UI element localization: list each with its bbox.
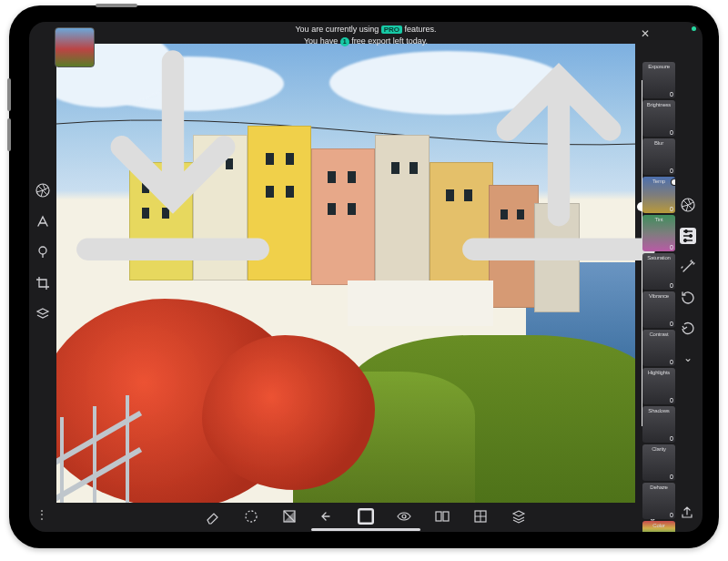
adjustment-label: Temp <box>642 178 675 184</box>
left-toolbar <box>35 182 51 322</box>
adjustments-panel: Exposure0Brightness0Blur0Temp0Tint0Satur… <box>642 62 675 532</box>
svg-point-1 <box>39 247 46 254</box>
history-icon[interactable] <box>680 290 696 306</box>
adjustment-label: Tint <box>642 217 675 222</box>
right-toolbar: ⌄ <box>680 197 696 364</box>
adjustment-label: Clarity <box>642 446 675 452</box>
brush-dot-icon[interactable] <box>35 244 51 260</box>
compare-icon[interactable] <box>434 508 450 525</box>
adjustment-label: Contrast <box>642 332 675 337</box>
crop-icon[interactable] <box>35 275 51 291</box>
adjustment-value: 0 <box>670 474 673 480</box>
adjustment-tint[interactable]: Tint0 <box>642 215 675 251</box>
adjustment-temp[interactable]: Temp0 <box>642 177 675 213</box>
invert-icon[interactable] <box>281 508 298 525</box>
adjustment-brightness[interactable]: Brightness0 <box>642 100 675 137</box>
adjustment-label: Highlights <box>642 370 675 375</box>
stack-icon[interactable] <box>511 508 527 525</box>
image-thumbnail[interactable] <box>55 27 95 67</box>
adjustment-label: Exposure <box>642 64 675 69</box>
adjustment-clarity[interactable]: Clarity0 <box>642 444 675 481</box>
svg-point-4 <box>689 234 692 237</box>
notification-dot <box>692 26 696 31</box>
adjustment-label: Brightness <box>642 102 675 107</box>
app-screen: You are currently using PRO features. Yo… <box>29 22 703 532</box>
eye-icon[interactable] <box>396 508 412 525</box>
aperture-icon[interactable] <box>680 197 696 213</box>
adjustment-label: Shadows <box>642 408 675 413</box>
adjustment-saturation[interactable]: Saturation0 <box>642 253 675 290</box>
svg-point-3 <box>684 230 687 232</box>
sliders-icon[interactable] <box>680 228 696 244</box>
adjustment-value: 0 <box>670 206 673 212</box>
adjustment-highlights[interactable]: Highlights0 <box>642 368 675 404</box>
mask-circle-icon[interactable] <box>243 508 259 525</box>
svg-rect-11 <box>436 512 441 521</box>
adjustment-value: 0 <box>670 244 673 250</box>
adjustment-value: 0 <box>670 321 673 327</box>
svg-rect-12 <box>443 512 449 521</box>
svg-point-10 <box>402 515 406 518</box>
text-icon[interactable] <box>35 213 51 230</box>
home-indicator[interactable] <box>311 528 420 531</box>
adjustment-blur[interactable]: Blur0 <box>642 138 675 175</box>
adjustment-value: 0 <box>670 282 673 289</box>
svg-point-6 <box>692 261 693 263</box>
adjustment-value: 0 <box>670 397 673 403</box>
undo-icon[interactable] <box>319 508 336 525</box>
pro-badge: PRO <box>381 26 402 34</box>
collapse-panel-button[interactable]: ⌄ <box>683 352 693 364</box>
aperture-icon[interactable] <box>35 182 51 199</box>
adjustment-label: Dehaze <box>642 484 675 490</box>
grid-icon[interactable] <box>472 508 489 525</box>
reset-icon[interactable] <box>680 321 696 337</box>
export-count-badge: 1 <box>340 37 349 46</box>
banner-text: free export left today. <box>349 36 428 46</box>
adjustment-label: Saturation <box>642 255 675 260</box>
adjustment-value: 0 <box>670 129 673 136</box>
adjustment-vibrance[interactable]: Vibrance0 <box>642 291 675 328</box>
bottom-toolbar <box>29 508 703 525</box>
import-button[interactable] <box>36 27 309 301</box>
adjustment-value: 0 <box>670 91 673 97</box>
svg-point-5 <box>683 239 686 241</box>
eraser-icon[interactable] <box>205 508 221 525</box>
svg-point-7 <box>246 511 257 522</box>
adjustment-value: 0 <box>670 359 673 365</box>
adjustment-contrast[interactable]: Contrast0 <box>642 330 675 366</box>
adjustment-label: Blur <box>642 140 675 146</box>
auto-enhance-icon[interactable] <box>358 508 374 525</box>
magic-wand-icon[interactable] <box>680 259 696 275</box>
adjustment-exposure[interactable]: Exposure0 <box>642 62 675 98</box>
adjustment-value: 0 <box>670 168 673 174</box>
adjustment-value: 0 <box>670 435 673 442</box>
adjustment-shadows[interactable]: Shadows0 <box>642 406 675 443</box>
layers-icon[interactable] <box>35 306 51 322</box>
adjustment-label: Vibrance <box>642 293 675 299</box>
tablet-frame: You are currently using PRO features. Yo… <box>9 5 719 548</box>
